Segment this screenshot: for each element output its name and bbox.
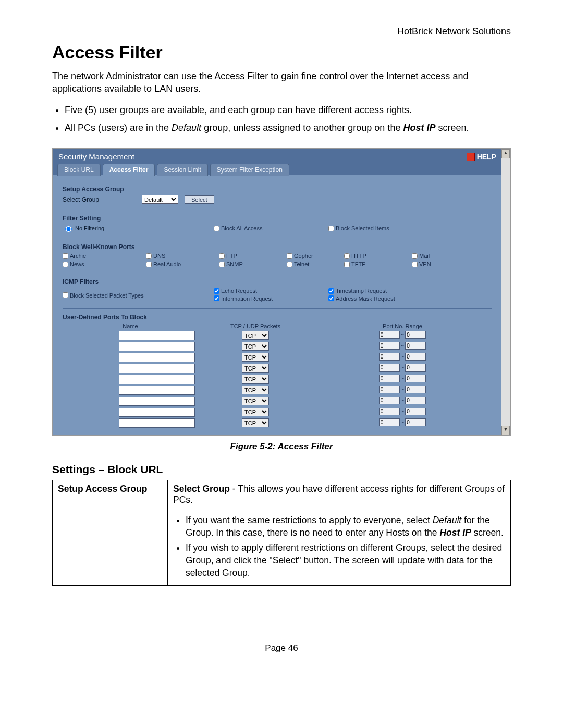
proto-select[interactable]: TCP [242,418,269,427]
tilde: ~ [400,353,405,360]
settings-table: Setup Access Group Select Group - This a… [52,480,511,586]
intro-bullets: Five (5) user groups are available, and … [65,103,511,136]
port-row-name [63,418,198,428]
port-to-input[interactable] [405,331,426,339]
bullet-1: Five (5) user groups are available, and … [65,103,511,118]
port-name-input[interactable] [119,418,195,428]
chk-echo[interactable]: Echo Request [214,288,257,294]
port-from-input[interactable] [379,375,400,382]
port-from-input[interactable] [379,331,400,339]
port-row-range: ~ [313,418,492,428]
proto-select[interactable]: TCP [242,342,269,351]
port-row-proto: TCP [203,342,308,351]
port-name-input[interactable] [119,386,195,395]
port-to-input[interactable] [405,375,426,382]
port-name-input[interactable] [119,375,195,384]
tilde: ~ [400,331,405,338]
help-button[interactable]: HELP [467,153,496,161]
tab-access-filter[interactable]: Access Filter [103,164,155,176]
chk-info[interactable]: Information Request [214,295,273,302]
group-select[interactable]: Default [142,195,178,204]
tilde: ~ [400,342,405,349]
port-row-name [63,342,198,351]
tilde: ~ [400,375,405,381]
th-packets: TCP / UDP Packets [203,323,308,329]
port-name-input[interactable] [119,331,195,340]
tab-block-url[interactable]: Block URL [57,164,101,176]
chk-gopher[interactable]: Gopher [287,253,339,259]
port-from-input[interactable] [379,342,400,350]
screenshot-container: ▲ ▼ Security Management HELP Block URL A… [52,148,511,436]
port-from-input[interactable] [379,397,400,404]
port-from-input[interactable] [379,353,400,361]
port-name-input[interactable] [119,342,195,351]
chk-telnet[interactable]: Telnet [287,261,339,267]
proto-select[interactable]: TCP [242,364,269,373]
chk-realaudio[interactable]: Real Audio [146,261,214,267]
select-button[interactable]: Select [185,195,214,204]
port-name-input[interactable] [119,408,195,417]
radio-no-filtering[interactable]: No Filtering [63,224,209,232]
tilde: ~ [400,386,405,392]
chk-timestamp[interactable]: Timestamp Request [328,288,387,294]
tab-session-limit[interactable]: Session Limit [157,164,207,176]
port-row-proto: TCP [203,375,308,384]
tilde: ~ [400,419,405,425]
figure-caption: Figure 5-2: Access Filter [52,441,511,452]
port-row-range: ~ [313,353,492,362]
chk-tftp[interactable]: TFTP [344,261,407,267]
port-to-input[interactable] [405,418,426,426]
chk-news[interactable]: News [63,261,141,267]
port-to-input[interactable] [405,397,426,404]
chk-ftp[interactable]: FTP [219,253,282,259]
port-to-input[interactable] [405,386,426,393]
port-from-input[interactable] [379,408,400,415]
port-row-range: ~ [313,364,492,373]
proto-select[interactable]: TCP [242,353,269,362]
port-name-input[interactable] [119,397,195,406]
chk-archie[interactable]: Archie [63,253,141,259]
chk-http[interactable]: HTTP [344,253,407,259]
port-from-input[interactable] [379,364,400,372]
port-to-input[interactable] [405,364,426,372]
port-row-name [63,331,198,340]
proto-select[interactable]: TCP [242,408,269,416]
port-to-input[interactable] [405,342,426,350]
port-row-name [63,386,198,395]
settings-subheading: Settings – Block URL [52,463,511,476]
proto-select[interactable]: TCP [242,397,269,405]
chk-block-packet-types[interactable]: Block Selected Packet Types [63,292,209,299]
proto-select[interactable]: TCP [242,386,269,394]
radio-block-selected[interactable]: Block Selected Items [328,225,492,231]
port-to-input[interactable] [405,353,426,361]
port-row-proto: TCP [203,364,308,373]
tabs: Block URL Access Filter Session Limit Sy… [53,163,501,175]
port-name-input[interactable] [119,353,195,362]
port-from-input[interactable] [379,386,400,393]
port-row-proto: TCP [203,408,308,417]
port-row-proto: TCP [203,386,308,395]
scrollbar[interactable]: ▲ ▼ [501,149,510,435]
port-row-proto: TCP [203,397,308,406]
proto-select[interactable]: TCP [242,375,269,384]
port-from-input[interactable] [379,418,400,426]
settings-table-row2: If you want the same restrictions to app… [168,509,511,586]
port-row-proto: TCP [203,331,308,340]
tab-system-filter[interactable]: System Filter Exception [210,164,289,176]
radio-block-all[interactable]: Block All Access [214,225,323,231]
proto-select[interactable]: TCP [242,331,269,340]
scroll-up-button[interactable]: ▲ [501,149,510,158]
scroll-down-button[interactable]: ▼ [501,426,510,435]
port-to-input[interactable] [405,408,426,415]
port-row-range: ~ [313,342,492,351]
th-range: Port No. Range [313,323,492,329]
chk-snmp[interactable]: SNMP [219,261,282,267]
chk-vpn[interactable]: VPN [412,261,459,267]
settings-table-row1: Select Group - This allows you have diff… [168,480,511,509]
chk-addrmask[interactable]: Address Mask Request [328,295,395,302]
chk-dns[interactable]: DNS [146,253,214,259]
chk-mail[interactable]: Mail [412,253,459,259]
tilde: ~ [400,364,405,371]
port-row-name [63,408,198,417]
port-name-input[interactable] [119,364,195,373]
